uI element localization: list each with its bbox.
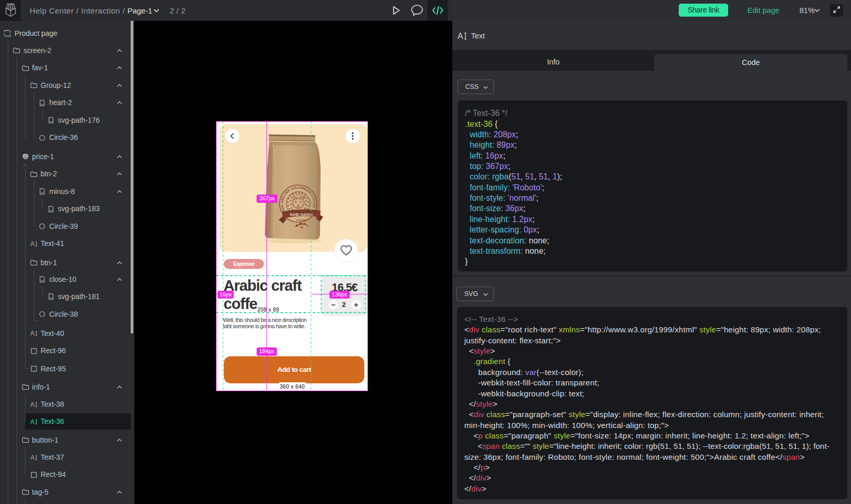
svg-text:A: A bbox=[30, 240, 35, 248]
svg-text:A: A bbox=[458, 32, 463, 41]
svg-text:A: A bbox=[30, 401, 35, 408]
svg-text:A: A bbox=[30, 330, 35, 337]
svg-text:A: A bbox=[30, 454, 35, 461]
svg-text:A: A bbox=[30, 418, 35, 425]
